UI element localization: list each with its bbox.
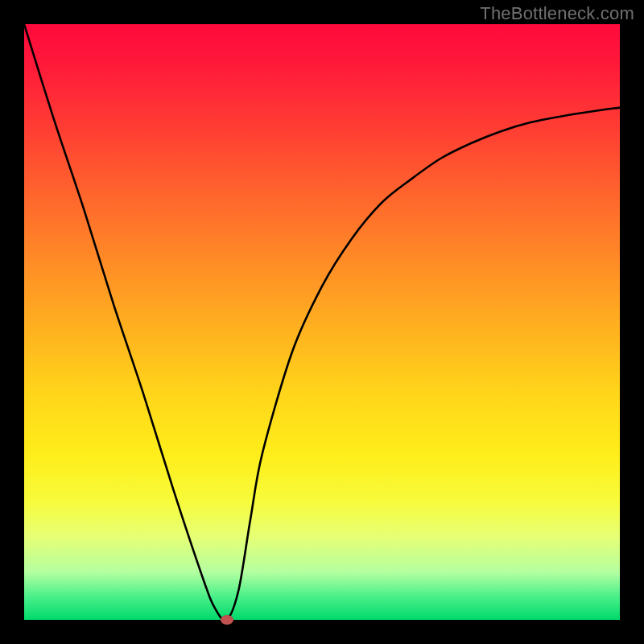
watermark-text: TheBottleneck.com xyxy=(480,3,634,24)
chart-frame: TheBottleneck.com xyxy=(0,0,644,644)
plot-area xyxy=(24,24,620,620)
minimum-marker xyxy=(221,615,233,625)
bottleneck-curve xyxy=(24,24,620,620)
